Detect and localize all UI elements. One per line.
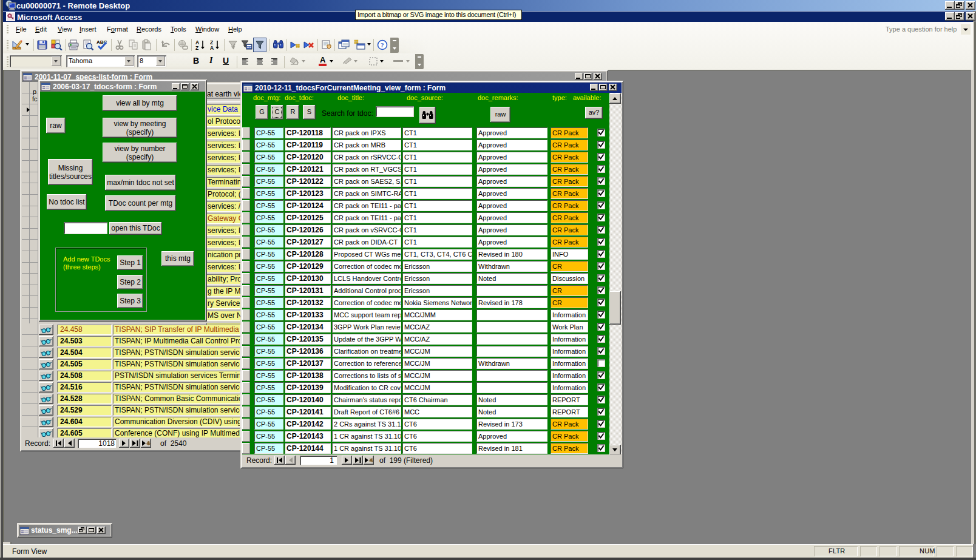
svg-text:?: ? <box>381 41 384 49</box>
svg-text:A: A <box>210 45 214 50</box>
svg-text:Z: Z <box>195 45 198 50</box>
